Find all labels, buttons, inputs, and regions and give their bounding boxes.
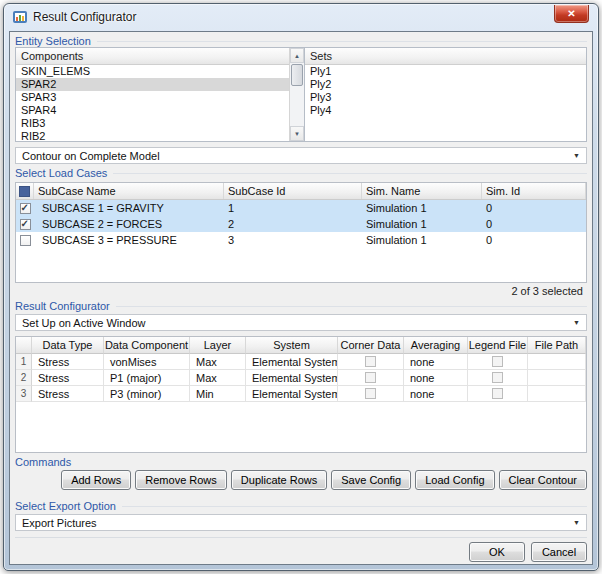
- footer-buttons: OK Cancel: [469, 542, 587, 562]
- select-all-checkbox[interactable]: [19, 186, 30, 197]
- column-header[interactable]: Sim. Id: [482, 183, 586, 199]
- averaging-cell[interactable]: none: [404, 370, 468, 386]
- components-list-header: Components: [16, 48, 289, 65]
- export-option-dropdown[interactable]: Export Pictures ▼: [15, 514, 587, 531]
- system-cell[interactable]: Elemental System: [246, 370, 338, 386]
- column-header[interactable]: File Path: [528, 337, 586, 354]
- subcase-id: 2: [224, 218, 362, 230]
- window-title: Result Configurator: [33, 10, 136, 24]
- chevron-down-icon: ▼: [573, 319, 580, 326]
- section-load-cases: Select Load Cases: [15, 167, 587, 179]
- list-item[interactable]: SPAR4: [16, 104, 289, 117]
- sim-id: 0: [482, 202, 586, 214]
- corner-data-checkbox[interactable]: [365, 372, 376, 383]
- list-item[interactable]: Ply1: [305, 65, 586, 78]
- ok-button[interactable]: OK: [469, 542, 525, 562]
- configurator-row: 1 Stress vonMises Max Elemental System n…: [16, 354, 586, 370]
- sets-list-items: Ply1 Ply2 Ply3 Ply4: [305, 65, 586, 117]
- legend-file-checkbox[interactable]: [492, 356, 503, 367]
- data-component-cell[interactable]: vonMises: [104, 354, 190, 370]
- scroll-up-icon: ▲: [294, 53, 300, 59]
- scrollbar-track[interactable]: [290, 87, 304, 126]
- list-item[interactable]: RIB2: [16, 130, 289, 142]
- row-number[interactable]: 3: [16, 386, 32, 402]
- list-item[interactable]: Ply2: [305, 78, 586, 91]
- row-checkbox[interactable]: [20, 235, 31, 246]
- file-path-cell[interactable]: [528, 370, 586, 386]
- setup-window-dropdown[interactable]: Set Up on Active Window ▼: [15, 314, 587, 331]
- column-header[interactable]: Averaging: [404, 337, 468, 354]
- scroll-down-button[interactable]: ▼: [290, 126, 304, 141]
- save-config-button[interactable]: Save Config: [331, 470, 411, 490]
- result-configurator-dialog: Result Configurator ✕ Entity Selection C…: [3, 3, 599, 571]
- section-export-option: Select Export Option: [15, 500, 587, 512]
- section-result-configurator: Result Configurator: [15, 300, 587, 312]
- layer-cell[interactable]: Min: [190, 386, 246, 402]
- cancel-button[interactable]: Cancel: [531, 542, 587, 562]
- column-header[interactable]: SubCase Name: [34, 183, 224, 199]
- file-path-cell[interactable]: [528, 354, 586, 370]
- corner-data-checkbox[interactable]: [365, 356, 376, 367]
- dropdown-value: Set Up on Active Window: [22, 317, 146, 329]
- app-icon: [13, 10, 27, 24]
- file-path-cell[interactable]: [528, 386, 586, 402]
- column-header[interactable]: Data Component: [104, 337, 190, 354]
- load-case-row[interactable]: SUBCASE 2 = FORCES 2 Simulation 1 0: [16, 216, 586, 232]
- averaging-cell[interactable]: none: [404, 354, 468, 370]
- load-config-button[interactable]: Load Config: [415, 470, 494, 490]
- components-scrollbar[interactable]: ▲ ▼: [289, 48, 304, 141]
- list-item[interactable]: Ply4: [305, 104, 586, 117]
- list-item[interactable]: RIB3: [16, 117, 289, 130]
- row-checkbox[interactable]: [20, 219, 31, 230]
- subcase-id: 3: [224, 234, 362, 246]
- data-type-cell[interactable]: Stress: [32, 386, 104, 402]
- divider: [113, 173, 587, 174]
- data-type-cell[interactable]: Stress: [32, 354, 104, 370]
- data-component-cell[interactable]: P1 (major): [104, 370, 190, 386]
- contour-model-dropdown[interactable]: Contour on Complete Model ▼: [15, 147, 587, 164]
- scroll-down-icon: ▼: [294, 131, 300, 137]
- clear-contour-button[interactable]: Clear Contour: [499, 470, 587, 490]
- data-component-cell[interactable]: P3 (minor): [104, 386, 190, 402]
- scrollbar-thumb[interactable]: [291, 64, 303, 86]
- column-header[interactable]: Sim. Name: [362, 183, 482, 199]
- sim-id: 0: [482, 234, 586, 246]
- column-header[interactable]: Layer: [190, 337, 246, 354]
- layer-cell[interactable]: Max: [190, 354, 246, 370]
- system-cell[interactable]: Elemental System: [246, 354, 338, 370]
- system-cell[interactable]: Elemental System: [246, 386, 338, 402]
- row-number[interactable]: 2: [16, 370, 32, 386]
- column-header[interactable]: Corner Data: [338, 337, 404, 354]
- layer-cell[interactable]: Max: [190, 370, 246, 386]
- averaging-cell[interactable]: none: [404, 386, 468, 402]
- dialog-content: Entity Selection Components SKIN_ELEMS S…: [9, 31, 593, 565]
- column-header[interactable]: System: [246, 337, 338, 354]
- legend-file-checkbox[interactable]: [492, 372, 503, 383]
- corner-data-checkbox[interactable]: [365, 388, 376, 399]
- row-number[interactable]: 1: [16, 354, 32, 370]
- list-item[interactable]: Ply3: [305, 91, 586, 104]
- scroll-up-button[interactable]: ▲: [290, 48, 304, 63]
- remove-rows-button[interactable]: Remove Rows: [135, 470, 227, 490]
- close-button[interactable]: ✕: [554, 5, 589, 23]
- column-header[interactable]: SubCase Id: [224, 183, 362, 199]
- titlebar[interactable]: Result Configurator: [4, 4, 598, 30]
- sets-list-header: Sets: [305, 48, 586, 65]
- data-type-cell[interactable]: Stress: [32, 370, 104, 386]
- row-checkbox[interactable]: [20, 203, 31, 214]
- column-header[interactable]: Legend File: [468, 337, 528, 354]
- list-item[interactable]: SPAR2: [16, 78, 289, 91]
- list-item[interactable]: SKIN_ELEMS: [16, 65, 289, 78]
- load-case-row[interactable]: SUBCASE 1 = GRAVITY 1 Simulation 1 0: [16, 200, 586, 216]
- configurator-row: 3 Stress P3 (minor) Min Elemental System…: [16, 386, 586, 402]
- divider: [97, 41, 587, 42]
- list-item[interactable]: SPAR3: [16, 91, 289, 104]
- column-header[interactable]: Data Type: [32, 337, 104, 354]
- sim-id: 0: [482, 218, 586, 230]
- duplicate-rows-button[interactable]: Duplicate Rows: [231, 470, 327, 490]
- section-label: Select Export Option: [15, 500, 116, 512]
- legend-file-checkbox[interactable]: [492, 388, 503, 399]
- add-rows-button[interactable]: Add Rows: [61, 470, 131, 490]
- load-case-row[interactable]: SUBCASE 3 = PRESSURE 3 Simulation 1 0: [16, 232, 586, 248]
- page-background: Result Configurator ✕ Entity Selection C…: [0, 0, 602, 574]
